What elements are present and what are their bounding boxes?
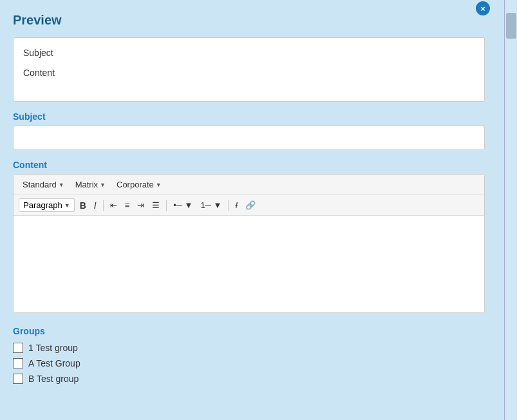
paragraph-label: Paragraph xyxy=(23,200,62,210)
link-icon: 🔗 xyxy=(245,200,256,210)
ordered-list-icon: 1─ ▼ xyxy=(201,200,222,210)
corporate-label: Corporate xyxy=(117,180,154,189)
strikethrough-button[interactable]: I xyxy=(232,199,240,211)
standard-arrow-icon: ▼ xyxy=(59,182,64,188)
editor-area[interactable] xyxy=(14,216,484,312)
groups-list: 1 Test group A Test Group B Test group xyxy=(13,343,485,384)
group-name-1: A Test Group xyxy=(28,358,80,368)
align-right-icon: ⇥ xyxy=(137,200,144,210)
bold-icon: B xyxy=(80,200,86,211)
scrollbar[interactable] xyxy=(504,0,517,420)
group-checkbox-1[interactable] xyxy=(13,358,23,368)
standard-label: Standard xyxy=(23,180,57,189)
matrix-dropdown[interactable]: Matrix ▼ xyxy=(71,178,109,191)
justify-button[interactable]: ☰ xyxy=(149,199,162,211)
preview-subject-label: Subject xyxy=(23,48,475,58)
main-container: × Preview Subject Content Subject Conten… xyxy=(0,0,504,420)
close-icon: × xyxy=(480,4,485,14)
paragraph-dropdown[interactable]: Paragraph ▼ xyxy=(19,198,75,212)
align-left-button[interactable]: ⇤ xyxy=(108,199,120,211)
groups-label: Groups xyxy=(13,326,485,336)
unordered-list-button[interactable]: •─ ▼ xyxy=(171,199,195,211)
paragraph-arrow-icon: ▼ xyxy=(64,202,70,209)
subject-label: Subject xyxy=(13,111,485,122)
editor-container: Standard ▼ Matrix ▼ Corporate ▼ Paragrap… xyxy=(13,174,485,313)
separator-2 xyxy=(166,200,167,211)
group-name-2: B Test group xyxy=(28,374,79,384)
page-title: Preview xyxy=(13,13,485,28)
align-center-icon: ≡ xyxy=(125,200,130,210)
editor-toolbar-row2: Paragraph ▼ B I ⇤ ≡ ⇥ ☰ xyxy=(14,195,484,216)
standard-dropdown[interactable]: Standard ▼ xyxy=(19,178,68,191)
content-label: Content xyxy=(13,160,485,170)
list-item: 1 Test group xyxy=(13,343,485,353)
corporate-dropdown[interactable]: Corporate ▼ xyxy=(113,178,165,191)
list-item: A Test Group xyxy=(13,358,485,368)
matrix-arrow-icon: ▼ xyxy=(100,182,106,188)
group-name-0: 1 Test group xyxy=(28,343,78,353)
close-button[interactable]: × xyxy=(476,1,490,15)
strikethrough-icon: I xyxy=(235,200,238,210)
separator-1 xyxy=(103,200,104,211)
separator-3 xyxy=(228,200,229,211)
align-right-button[interactable]: ⇥ xyxy=(135,199,147,211)
list-item: B Test group xyxy=(13,374,485,384)
italic-icon: I xyxy=(94,200,97,211)
italic-button[interactable]: I xyxy=(91,199,99,212)
matrix-label: Matrix xyxy=(75,180,98,189)
group-checkbox-2[interactable] xyxy=(13,374,23,384)
preview-box: Subject Content xyxy=(13,37,485,102)
corporate-arrow-icon: ▼ xyxy=(156,182,162,188)
bold-button[interactable]: B xyxy=(77,199,89,212)
preview-content-label: Content xyxy=(23,68,475,78)
unordered-list-icon: •─ ▼ xyxy=(173,200,193,210)
group-checkbox-0[interactable] xyxy=(13,343,23,353)
justify-icon: ☰ xyxy=(152,200,160,210)
align-left-icon: ⇤ xyxy=(110,200,117,210)
editor-toolbar-row1: Standard ▼ Matrix ▼ Corporate ▼ xyxy=(14,175,484,195)
subject-input[interactable] xyxy=(13,126,485,150)
ordered-list-button[interactable]: 1─ ▼ xyxy=(198,199,225,211)
scrollbar-thumb[interactable] xyxy=(506,13,516,39)
align-center-button[interactable]: ≡ xyxy=(122,199,133,211)
link-button[interactable]: 🔗 xyxy=(243,199,258,211)
